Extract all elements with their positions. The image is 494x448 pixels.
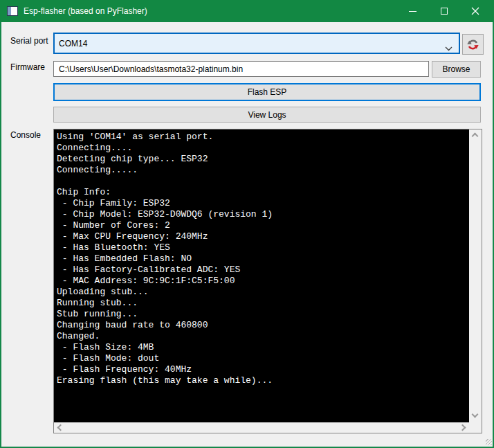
console-text: Using 'COM14' as serial port. Connecting… xyxy=(54,129,469,386)
chevron-down-icon xyxy=(445,42,452,54)
app-window: Esp-flasher (based on PyFlasher) Serial … xyxy=(0,0,494,448)
refresh-ports-icon xyxy=(466,37,480,52)
console-label: Console xyxy=(10,130,41,140)
resize-grip[interactable] xyxy=(486,439,492,445)
titlebar[interactable]: Esp-flasher (based on PyFlasher) xyxy=(0,0,494,22)
firmware-path-input[interactable]: C:\Users\User\Downloads\tasmota32-platin… xyxy=(53,61,429,77)
scroll-down-icon[interactable] xyxy=(472,411,479,418)
scroll-up-icon[interactable] xyxy=(472,133,479,140)
serial-port-combobox[interactable]: COM14 xyxy=(53,33,460,54)
console-panel: Using 'COM14' as serial port. Connecting… xyxy=(53,129,482,433)
minimize-button[interactable] xyxy=(397,0,428,22)
maximize-button[interactable] xyxy=(428,0,459,22)
window-title: Esp-flasher (based on PyFlasher) xyxy=(24,6,147,16)
view-logs-button[interactable]: View Logs xyxy=(53,107,481,123)
refresh-ports-button[interactable] xyxy=(462,34,484,55)
close-button[interactable] xyxy=(459,0,491,22)
serial-port-value: COM14 xyxy=(55,39,87,48)
firmware-path-value: C:\Users\User\Downloads\tasmota32-platin… xyxy=(54,64,243,74)
serial-port-label: Serial port xyxy=(10,36,48,46)
firmware-label: Firmware xyxy=(10,62,45,72)
flash-esp-button[interactable]: Flash ESP xyxy=(53,83,481,101)
scroll-left-icon[interactable] xyxy=(57,424,64,431)
minimize-icon xyxy=(409,11,417,12)
console-output[interactable]: Using 'COM14' as serial port. Connecting… xyxy=(54,129,469,422)
browse-button[interactable]: Browse xyxy=(432,61,481,78)
maximize-icon xyxy=(441,8,448,15)
close-icon xyxy=(471,7,479,15)
scroll-right-icon[interactable] xyxy=(459,424,466,431)
app-icon xyxy=(7,6,18,16)
console-horizontal-scrollbar[interactable] xyxy=(54,422,482,433)
console-vertical-scrollbar[interactable] xyxy=(469,129,482,422)
